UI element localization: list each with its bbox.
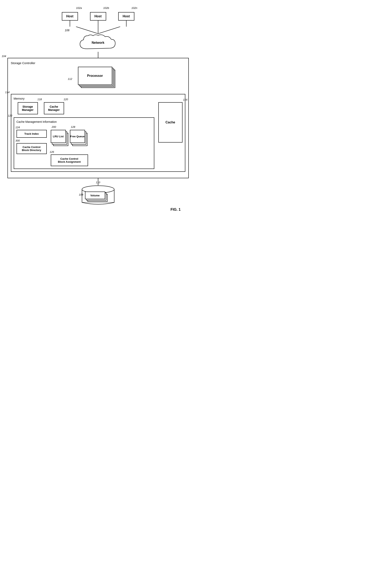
host-group-3: 102n Host xyxy=(118,12,134,27)
storage-ref: 110 xyxy=(96,181,100,184)
storage-manager-box: Storage Manager xyxy=(18,102,38,114)
cmi-middle-top: 200 LRU List xyxy=(51,126,86,150)
cm-label1: Cache xyxy=(50,105,58,108)
memory-box: 114 Memory 118 Storage Manager xyxy=(11,94,185,172)
network-line-down xyxy=(98,52,98,58)
host-line-2 xyxy=(98,21,98,27)
network-label: Network xyxy=(92,41,104,44)
host-box-3: Host xyxy=(118,12,134,21)
cache-outer: 116 Cache xyxy=(158,102,182,143)
svg-line-2 xyxy=(98,27,120,34)
lru-stack: LRU List xyxy=(51,130,67,150)
cmi-box: 122 Cache Management Information 124 Tra… xyxy=(14,117,154,169)
host-ref-3: 102n xyxy=(132,6,137,10)
cm-ref: 120 xyxy=(64,98,68,101)
proc-ref: 112 xyxy=(68,77,72,80)
lru-ref: 200 xyxy=(52,125,56,129)
cache-manager-group: 120 Cache Manager xyxy=(44,102,64,114)
fq-label1: Free xyxy=(70,135,76,138)
processor-section: 112 Processor xyxy=(11,67,185,91)
sm-label2: Manager xyxy=(22,108,34,112)
ccbd-label2: Block Directory xyxy=(22,149,41,152)
cmi-content: 124 Track Index 300 Cache Control Block … xyxy=(16,126,152,166)
fq-card-front: Free Queue xyxy=(70,130,85,143)
volume-ref: 108 xyxy=(79,193,84,196)
memory-content: 118 Storage Manager 120 Cache Manager xyxy=(14,102,182,169)
storage-section: 110 Storage xyxy=(80,185,116,205)
network-section: 106 Network xyxy=(7,27,189,58)
storage-controller: 104 Storage Controller 112 Processor 114 xyxy=(7,58,189,178)
host-line-3 xyxy=(126,21,126,27)
host-box-1: Host xyxy=(62,12,78,21)
storage-controller-label: Storage Controller xyxy=(11,61,185,65)
ccba-label2: Block Assignment xyxy=(58,160,81,163)
cm-label2: Manager xyxy=(48,108,60,112)
cmi-middle: 200 LRU List xyxy=(51,126,88,166)
diagram: 102a Host 102b Host 102n Host 106 xyxy=(7,4,189,212)
volume-label: Volume xyxy=(90,194,100,197)
host-to-network-lines xyxy=(66,27,130,34)
ccba-label1: Cache Control xyxy=(60,157,78,160)
lru-label1: LRU xyxy=(53,135,58,138)
host-box-2: Host xyxy=(90,12,106,21)
processor-label: Processor xyxy=(87,74,103,78)
memory-right: 116 Cache xyxy=(158,102,182,143)
sc-ref: 104 xyxy=(2,55,6,58)
cache-manager-box: Cache Manager xyxy=(44,102,64,114)
ccb-directory-box: Cache Control Block Directory xyxy=(16,143,47,154)
storage-group: 110 Storage xyxy=(80,185,116,205)
mem-ref: 114 xyxy=(5,91,10,94)
storage-manager-group: 118 Storage Manager xyxy=(18,102,38,114)
cache-ref: 116 xyxy=(183,98,188,101)
cmi-ref: 122 xyxy=(8,114,13,117)
ccbd-ref: 300 xyxy=(15,139,20,142)
host-group-2: 102b Host xyxy=(90,12,106,27)
host-group-1: 102a Host xyxy=(62,12,78,27)
lru-card-front: LRU List xyxy=(51,130,66,143)
lru-label2: List xyxy=(59,135,64,138)
track-index-box: Track Index xyxy=(16,130,47,138)
fig-label: FIG. 1 xyxy=(7,207,189,212)
host-ref-2: 102b xyxy=(103,6,109,10)
fq-stack: Free Queue xyxy=(70,130,86,150)
ti-ref: 124 xyxy=(15,126,20,129)
ccbd-label1: Cache Control xyxy=(23,146,41,149)
host-line-1 xyxy=(70,21,70,27)
cache-box: Cache xyxy=(158,102,182,143)
cloud-container: Network xyxy=(76,34,120,52)
cmi-left: 124 Track Index 300 Cache Control Block … xyxy=(16,126,47,154)
hosts-row: 102a Host 102b Host 102n Host xyxy=(62,4,134,27)
sm-label1: Storage xyxy=(22,105,33,108)
fq-ref: 128 xyxy=(71,125,75,129)
managers-row: 118 Storage Manager 120 Cache Manager xyxy=(14,102,154,114)
svg-line-0 xyxy=(76,27,98,34)
network-ref: 106 xyxy=(65,29,70,32)
cmi-label: Cache Management Information xyxy=(16,120,152,123)
memory-main: 118 Storage Manager 120 Cache Manager xyxy=(14,102,154,169)
host-ref-1: 102a xyxy=(76,6,82,10)
ccb-assignment-box: Cache Control Block Assignment xyxy=(51,154,88,166)
sm-ref: 118 xyxy=(38,98,42,101)
ccba-ref: 126 xyxy=(50,150,54,153)
fq-label2: Queue xyxy=(76,135,84,138)
